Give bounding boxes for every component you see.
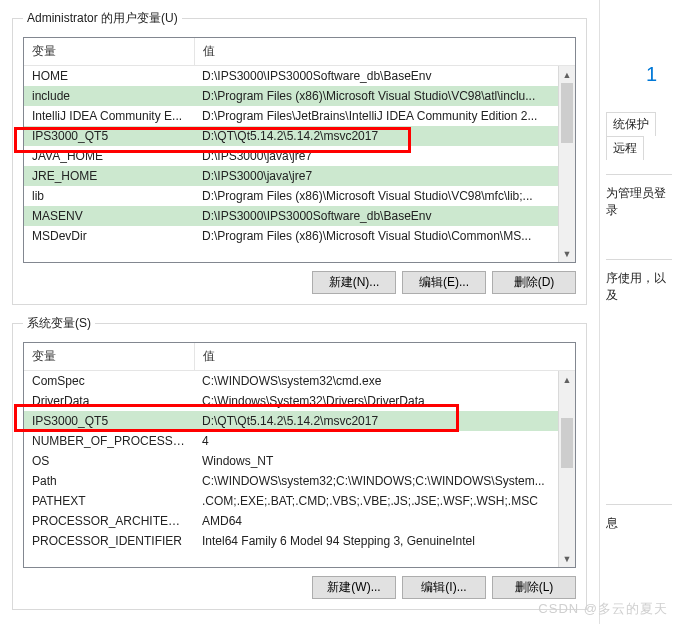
tab-fragment-protect[interactable]: 统保护 <box>606 112 656 136</box>
user-vars-table[interactable]: 变量 值 HOMED:\IPS3000\IPS3000Software_db\B… <box>23 37 576 263</box>
col-header-value[interactable]: 值 <box>194 38 575 66</box>
scroll-down-icon[interactable]: ▼ <box>559 245 575 262</box>
var-name-cell: NUMBER_OF_PROCESSORS <box>24 431 194 451</box>
var-value-cell: 4 <box>194 431 575 451</box>
table-row[interactable]: IntelliJ IDEA Community E...D:\Program F… <box>24 106 575 126</box>
col-header-name[interactable]: 变量 <box>24 343 194 371</box>
user-vars-group: Administrator 的用户变量(U) 变量 值 HOMED:\IPS30… <box>12 10 587 305</box>
user-new-button[interactable]: 新建(N)... <box>312 271 396 294</box>
user-edit-button[interactable]: 编辑(E)... <box>402 271 486 294</box>
var-name-cell: ComSpec <box>24 371 194 391</box>
var-value-cell: D:\Program Files\JetBrains\IntelliJ IDEA… <box>194 106 575 126</box>
var-name-cell: MASENV <box>24 206 194 226</box>
system-edit-button[interactable]: 编辑(I)... <box>402 576 486 599</box>
var-name-cell: IntelliJ IDEA Community E... <box>24 106 194 126</box>
text-fragment: 息 <box>606 515 672 532</box>
user-vars-legend: Administrator 的用户变量(U) <box>23 10 182 27</box>
scroll-up-icon[interactable]: ▲ <box>559 371 575 388</box>
user-delete-button[interactable]: 删除(D) <box>492 271 576 294</box>
text-fragment: 为管理员登录 <box>606 185 672 219</box>
env-vars-dialog: Administrator 的用户变量(U) 变量 值 HOMED:\IPS30… <box>0 0 600 624</box>
system-vars-group: 系统变量(S) 变量 值 ComSpecC:\WINDOWS\system32\… <box>12 315 587 610</box>
table-row[interactable]: MSDevDirD:\Program Files (x86)\Microsoft… <box>24 226 575 246</box>
var-value-cell: D:\Program Files (x86)\Microsoft Visual … <box>194 226 575 246</box>
var-value-cell: .COM;.EXE;.BAT;.CMD;.VBS;.VBE;.JS;.JSE;.… <box>194 491 575 511</box>
var-name-cell: JAVA_HOME <box>24 146 194 166</box>
table-header-row: 变量 值 <box>24 343 575 371</box>
var-value-cell: D:\Program Files (x86)\Microsoft Visual … <box>194 186 575 206</box>
table-row[interactable]: HOMED:\IPS3000\IPS3000Software_db\BaseEn… <box>24 66 575 86</box>
text-fragment: 序使用，以及 <box>606 270 672 304</box>
var-name-cell: DriverData <box>24 391 194 411</box>
var-value-cell: C:\WINDOWS\system32;C:\WINDOWS;C:\WINDOW… <box>194 471 575 491</box>
var-name-cell: lib <box>24 186 194 206</box>
var-name-cell: PROCESSOR_IDENTIFIER <box>24 531 194 551</box>
var-name-cell: IPS3000_QT5 <box>24 126 194 146</box>
table-header-row: 变量 值 <box>24 38 575 66</box>
table-row[interactable]: libD:\Program Files (x86)\Microsoft Visu… <box>24 186 575 206</box>
var-name-cell: HOME <box>24 66 194 86</box>
table-row[interactable]: DriverDataC:\Windows\System32\Drivers\Dr… <box>24 391 575 411</box>
var-value-cell: Windows_NT <box>194 451 575 471</box>
table-row[interactable]: NUMBER_OF_PROCESSORS4 <box>24 431 575 451</box>
col-header-value[interactable]: 值 <box>194 343 575 371</box>
var-name-cell: IPS3000_QT5 <box>24 411 194 431</box>
scroll-thumb[interactable] <box>561 83 573 143</box>
var-value-cell: D:\IPS3000\java\jre7 <box>194 166 575 186</box>
var-value-cell: D:\IPS3000\java\jre7 <box>194 146 575 166</box>
scroll-thumb[interactable] <box>561 418 573 468</box>
var-value-cell: D:\IPS3000\IPS3000Software_db\BaseEnv <box>194 206 575 226</box>
table-row[interactable]: OSWindows_NT <box>24 451 575 471</box>
table-row[interactable]: PATHEXT.COM;.EXE;.BAT;.CMD;.VBS;.VBE;.JS… <box>24 491 575 511</box>
table-row[interactable]: includeD:\Program Files (x86)\Microsoft … <box>24 86 575 106</box>
col-header-name[interactable]: 变量 <box>24 38 194 66</box>
table-row[interactable]: JRE_HOMED:\IPS3000\java\jre7 <box>24 166 575 186</box>
user-vars-scrollbar[interactable]: ▲ ▼ <box>558 66 575 262</box>
system-new-button[interactable]: 新建(W)... <box>312 576 396 599</box>
table-row[interactable]: PROCESSOR_ARCHITECTU...AMD64 <box>24 511 575 531</box>
partial-number: 1 <box>646 63 672 86</box>
var-name-cell: JRE_HOME <box>24 166 194 186</box>
right-background-panel: 1 统保护远程 为管理员登录 序使用，以及 息 <box>600 0 678 624</box>
var-name-cell: include <box>24 86 194 106</box>
table-row[interactable]: IPS3000_QT5D:\QT\Qt5.14.2\5.14.2\msvc201… <box>24 126 575 146</box>
var-value-cell: AMD64 <box>194 511 575 531</box>
var-name-cell: PATHEXT <box>24 491 194 511</box>
scroll-up-icon[interactable]: ▲ <box>559 66 575 83</box>
scroll-down-icon[interactable]: ▼ <box>559 550 575 567</box>
var-value-cell: C:\Windows\System32\Drivers\DriverData <box>194 391 575 411</box>
system-vars-scrollbar[interactable]: ▲ ▼ <box>558 371 575 567</box>
var-name-cell: MSDevDir <box>24 226 194 246</box>
table-row[interactable]: MASENVD:\IPS3000\IPS3000Software_db\Base… <box>24 206 575 226</box>
var-value-cell: D:\QT\Qt5.14.2\5.14.2\msvc2017 <box>194 126 575 146</box>
var-name-cell: OS <box>24 451 194 471</box>
var-value-cell: C:\WINDOWS\system32\cmd.exe <box>194 371 575 391</box>
system-vars-table[interactable]: 变量 值 ComSpecC:\WINDOWS\system32\cmd.exeD… <box>23 342 576 568</box>
system-vars-legend: 系统变量(S) <box>23 315 95 332</box>
table-row[interactable]: ComSpecC:\WINDOWS\system32\cmd.exe <box>24 371 575 391</box>
table-row[interactable]: JAVA_HOMED:\IPS3000\java\jre7 <box>24 146 575 166</box>
var-name-cell: PROCESSOR_ARCHITECTU... <box>24 511 194 531</box>
var-value-cell: D:\QT\Qt5.14.2\5.14.2\msvc2017 <box>194 411 575 431</box>
var-value-cell: D:\Program Files (x86)\Microsoft Visual … <box>194 86 575 106</box>
var-name-cell: Path <box>24 471 194 491</box>
table-row[interactable]: IPS3000_QT5D:\QT\Qt5.14.2\5.14.2\msvc201… <box>24 411 575 431</box>
table-row[interactable]: PathC:\WINDOWS\system32;C:\WINDOWS;C:\WI… <box>24 471 575 491</box>
table-row[interactable]: PROCESSOR_IDENTIFIERIntel64 Family 6 Mod… <box>24 531 575 551</box>
var-value-cell: Intel64 Family 6 Model 94 Stepping 3, Ge… <box>194 531 575 551</box>
tab-fragment-remote[interactable]: 远程 <box>606 136 644 160</box>
var-value-cell: D:\IPS3000\IPS3000Software_db\BaseEnv <box>194 66 575 86</box>
system-delete-button[interactable]: 删除(L) <box>492 576 576 599</box>
